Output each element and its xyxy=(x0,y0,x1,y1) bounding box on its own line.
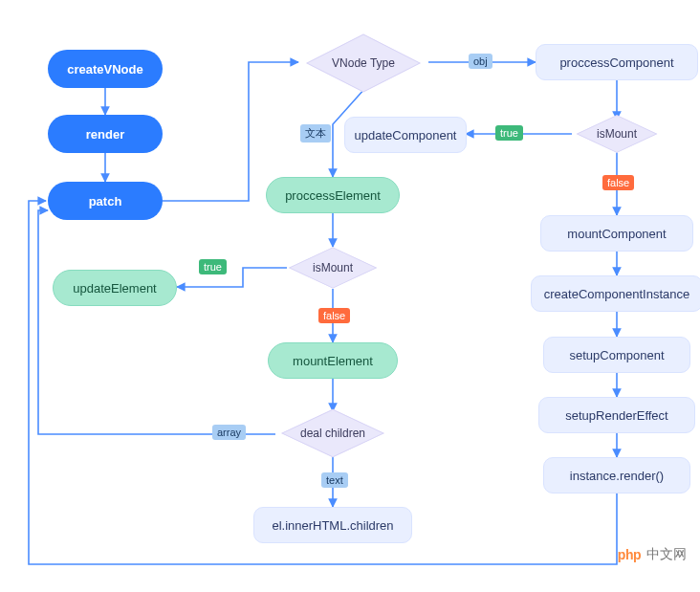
label: setupRenderEffect xyxy=(565,408,667,423)
label: VNode Type xyxy=(332,56,395,70)
edge-label-true-component: true xyxy=(495,125,523,141)
vnode-type-diamond: VNode Type xyxy=(298,38,428,88)
create-vnode-node: createVNode xyxy=(48,50,163,88)
watermark-cn: 中文网 xyxy=(646,546,687,563)
inner-html-node: el.innerHTML.children xyxy=(253,507,412,543)
label: createComponentInstance xyxy=(544,287,689,301)
label: updateElement xyxy=(73,281,156,296)
process-element-node: proccessElement xyxy=(266,177,400,213)
update-element-node: updateElement xyxy=(53,270,177,306)
label: proccessElement xyxy=(285,188,381,203)
label: proccessComponent xyxy=(559,55,673,70)
label: mountElement xyxy=(293,354,373,368)
label: setupComponent xyxy=(569,348,664,362)
is-mount-element-diamond: isMount xyxy=(287,247,379,289)
edge-label-text-cn: 文本 xyxy=(300,124,331,143)
patch-node: patch xyxy=(48,182,163,220)
edge-label-text-en: text xyxy=(321,472,348,488)
deal-children-diamond: deal children xyxy=(275,411,390,455)
update-component-node: updateComponent xyxy=(344,117,467,153)
label: deal children xyxy=(300,427,365,440)
mount-element-node: mountElement xyxy=(268,342,398,379)
watermark-php: php xyxy=(618,547,641,562)
label: el.innerHTML.children xyxy=(272,518,393,533)
render-node: render xyxy=(48,115,163,153)
is-mount-component-diamond: isMount xyxy=(572,117,662,151)
label: createVNode xyxy=(67,62,142,77)
label: updateComponent xyxy=(355,128,457,143)
label: instance.render() xyxy=(570,469,664,483)
edge-label-obj: obj xyxy=(469,54,492,69)
watermark: php 中文网 xyxy=(618,546,687,563)
label: isMount xyxy=(313,261,353,274)
create-instance-node: createComponentInstance xyxy=(531,275,700,312)
edge-label-array: array xyxy=(212,425,246,440)
instance-render-node: instance.render() xyxy=(543,457,690,493)
label: mountComponent xyxy=(567,227,666,241)
mount-component-node: mountComponent xyxy=(540,215,693,252)
setup-render-effect-node: setupRenderEffect xyxy=(538,397,695,433)
label: patch xyxy=(89,194,122,208)
edge-label-false-component: false xyxy=(602,175,634,190)
label: isMount xyxy=(597,127,637,141)
edge-label-true-element: true xyxy=(199,259,227,274)
process-component-node: proccessComponent xyxy=(536,44,698,80)
edge-label-false-element: false xyxy=(318,308,350,323)
setup-component-node: setupComponent xyxy=(543,337,690,373)
label: render xyxy=(86,127,124,142)
